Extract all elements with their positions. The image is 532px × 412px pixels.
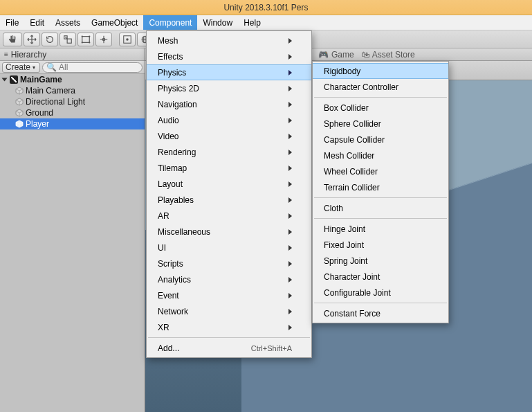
game-icon: 🎮 (318, 50, 329, 60)
unity-logo-icon (10, 75, 18, 84)
hierarchy-search-input[interactable]: 🔍 All (42, 62, 143, 73)
menu-edit[interactable]: Edit (24, 15, 50, 30)
menu-item-effects[interactable]: Effects (147, 48, 311, 64)
submenu-arrow-icon (288, 70, 292, 75)
submenu-arrow-icon (288, 165, 292, 171)
gameobject-icon (15, 109, 24, 117)
submenu-arrow-icon (288, 293, 292, 298)
submenu-arrow-icon (288, 229, 292, 235)
tool-transform-button[interactable] (95, 33, 112, 46)
hierarchy-panel: ≡ Hierarchy Create ▾ 🔍 All MainGame Main… (0, 48, 145, 412)
menu-gameobject[interactable]: GameObject (86, 15, 143, 30)
submenu-item-configurable-joint[interactable]: Configurable Joint (313, 285, 448, 301)
submenu-arrow-icon (288, 277, 292, 283)
caret-down-icon (2, 78, 8, 82)
tool-hand-button[interactable] (3, 33, 22, 46)
menu-item-rendering[interactable]: Rendering (147, 144, 311, 160)
rotate-icon (45, 35, 55, 44)
submenu-item-cloth[interactable]: Cloth (313, 200, 448, 216)
submenu-arrow-icon (288, 118, 292, 123)
submenu-arrow-icon (288, 54, 292, 60)
submenu-item-character-controller[interactable]: Character Controller (313, 79, 448, 95)
submenu-item-hinge-joint[interactable]: Hinge Joint (313, 221, 448, 237)
menu-separator (314, 197, 447, 198)
svg-rect-2 (82, 36, 90, 42)
menu-item-playables[interactable]: Playables (147, 192, 311, 208)
menu-separator (314, 303, 447, 303)
submenu-arrow-icon (288, 181, 292, 187)
physics-submenu: Rigidbody Character Controller Box Colli… (312, 61, 449, 323)
move-icon (27, 35, 37, 44)
submenu-arrow-icon (288, 309, 292, 314)
scale-icon (63, 35, 73, 44)
menu-assets[interactable]: Assets (50, 15, 86, 30)
menu-item-video[interactable]: Video (147, 128, 311, 144)
svg-point-3 (82, 35, 83, 37)
menu-item-navigation[interactable]: Navigation (147, 96, 311, 112)
hierarchy-item-directional-light[interactable]: Directional Light (0, 96, 145, 107)
menu-window[interactable]: Window (197, 15, 238, 30)
submenu-item-box-collider[interactable]: Box Collider (313, 100, 448, 116)
transform-icon (99, 35, 109, 44)
menu-shortcut: Ctrl+Shift+A (251, 344, 292, 352)
menu-item-miscellaneous[interactable]: Miscellaneous (147, 224, 311, 240)
menu-item-ar[interactable]: AR (147, 208, 311, 224)
window-title: Unity 2018.3.10f1 Pers (223, 3, 308, 12)
hierarchy-scene-row[interactable]: MainGame (0, 74, 145, 85)
tool-rect-button[interactable] (77, 33, 94, 46)
svg-point-9 (126, 38, 129, 41)
menu-item-physics-2d[interactable]: Physics 2D (147, 80, 311, 96)
tool-move-button[interactable] (24, 33, 40, 46)
submenu-item-constant-force[interactable]: Constant Force (313, 305, 448, 321)
submenu-item-rigidbody[interactable]: Rigidbody (313, 63, 448, 79)
hierarchy-item-main-camera[interactable]: Main Camera (0, 85, 145, 96)
menu-item-ui[interactable]: UI (147, 240, 311, 256)
tool-pivot-button[interactable] (119, 33, 136, 46)
gameobject-icon (15, 87, 24, 95)
menu-separator (314, 218, 447, 219)
hierarchy-subbar: Create ▾ 🔍 All (0, 61, 145, 74)
submenu-item-spring-joint[interactable]: Spring Joint (313, 253, 448, 269)
chevron-down-icon: ▾ (33, 64, 35, 71)
menu-item-scripts[interactable]: Scripts (147, 256, 311, 271)
menu-item-audio[interactable]: Audio (147, 112, 311, 128)
submenu-item-capsule-collider[interactable]: Capsule Collider (313, 132, 448, 147)
submenu-arrow-icon (288, 134, 292, 139)
tab-game[interactable]: 🎮 Game (318, 50, 354, 60)
menu-bar: File Edit Assets GameObject Component Wi… (0, 15, 532, 30)
gameobject-icon (15, 120, 24, 128)
menu-item-mesh[interactable]: Mesh (147, 33, 311, 48)
submenu-arrow-icon (288, 102, 292, 107)
pivot-icon (122, 35, 132, 44)
menu-item-xr[interactable]: XR (147, 319, 311, 335)
hierarchy-tab[interactable]: ≡ Hierarchy (0, 48, 145, 61)
menu-item-physics[interactable]: Physics (147, 64, 311, 80)
tool-scale-button[interactable] (59, 33, 76, 46)
submenu-item-character-joint[interactable]: Character Joint (313, 269, 448, 285)
menu-component[interactable]: Component (143, 15, 197, 30)
tab-asset-store[interactable]: 🛍 Asset Store (361, 50, 415, 60)
menu-item-event[interactable]: Event (147, 287, 311, 303)
menu-file[interactable]: File (0, 15, 24, 30)
hierarchy-list: MainGame Main Camera Directional Light G… (0, 74, 145, 412)
menu-item-add[interactable]: Add...Ctrl+Shift+A (147, 340, 311, 356)
submenu-item-sphere-collider[interactable]: Sphere Collider (313, 116, 448, 132)
submenu-item-fixed-joint[interactable]: Fixed Joint (313, 237, 448, 253)
menu-item-tilemap[interactable]: Tilemap (147, 160, 311, 176)
menu-item-layout[interactable]: Layout (147, 176, 311, 192)
submenu-arrow-icon (288, 86, 292, 91)
create-button[interactable]: Create ▾ (2, 62, 40, 73)
submenu-item-mesh-collider[interactable]: Mesh Collider (313, 147, 448, 163)
menu-help[interactable]: Help (238, 15, 266, 30)
tool-rotate-button[interactable] (42, 33, 58, 46)
submenu-item-terrain-collider[interactable]: Terrain Collider (313, 179, 448, 195)
svg-point-6 (89, 42, 90, 43)
menu-item-analytics[interactable]: Analytics (147, 271, 311, 287)
menu-item-network[interactable]: Network (147, 303, 311, 319)
hierarchy-menu-icon: ≡ (4, 51, 8, 58)
hierarchy-item-ground[interactable]: Ground (0, 107, 145, 118)
hierarchy-item-player[interactable]: Player (0, 118, 145, 129)
submenu-arrow-icon (288, 150, 292, 155)
hierarchy-tab-label: Hierarchy (11, 50, 46, 60)
submenu-item-wheel-collider[interactable]: Wheel Collider (313, 163, 448, 179)
